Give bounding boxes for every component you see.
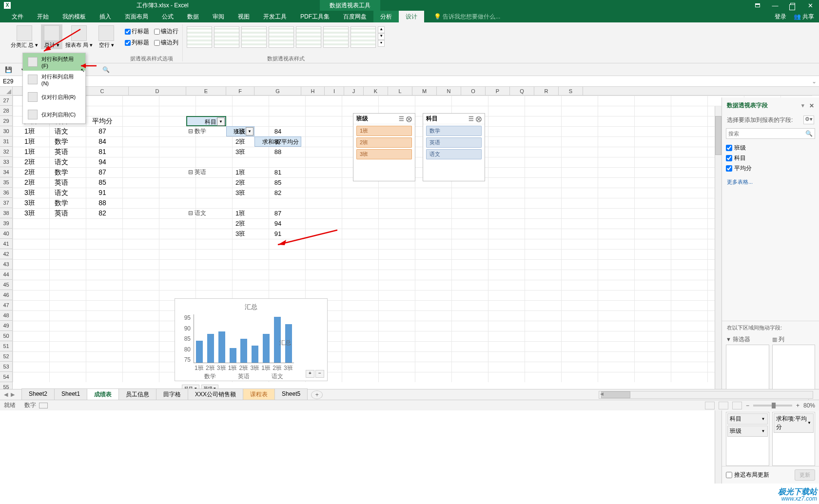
cell[interactable]: 科目▼ [186,116,226,126]
add-sheet-button[interactable]: + [311,390,323,399]
cell[interactable]: 2班 [226,177,254,188]
share-button[interactable]: 👥 共享 [794,13,814,21]
cell[interactable]: 91 [254,229,301,239]
pane-menu[interactable]: ▾ [801,102,804,109]
cell[interactable]: 数学 [47,167,76,177]
slicer-item[interactable]: 数学 [426,126,482,136]
zoom-level[interactable]: 80% [803,402,815,409]
gallery-down[interactable]: ▼ [378,33,385,40]
row-headers-checkbox[interactable]: 行标题 [125,27,149,36]
tab-analyze[interactable]: 分析 [373,11,399,22]
row-header[interactable]: 38 [0,208,12,218]
row-header[interactable]: 47 [0,300,12,310]
cell[interactable]: 91 [76,188,129,198]
cell[interactable]: 87 [76,126,129,136]
row-header[interactable]: 44 [0,270,12,280]
cell[interactable]: 3班 [226,188,254,198]
horizontal-scrollbar[interactable]: ◀▶ [599,391,813,399]
row-header[interactable]: 46 [0,290,12,300]
sheet-tab[interactable]: 成绩表 [87,388,119,401]
chart-bar[interactable] [240,339,247,363]
row-header[interactable]: 29 [0,116,12,126]
chart-expand-button[interactable]: + [306,370,314,378]
column-header[interactable]: L [388,87,412,95]
sheet-tab[interactable]: XXX公司销售额 [188,388,243,401]
cell[interactable]: 94 [76,157,129,167]
rows-area[interactable]: 科目▼ 班级▼ [726,412,769,466]
style-thumb[interactable] [351,26,376,48]
rows-area-item[interactable]: 科目▼ [727,413,768,425]
tab-templates[interactable]: 我的模板 [56,11,93,22]
row-header[interactable]: 36 [0,188,12,198]
cell[interactable]: 数学 [47,198,76,208]
tab-home[interactable]: 开始 [30,11,56,22]
style-thumb[interactable] [323,26,349,48]
normal-view-button[interactable] [705,402,715,409]
row-header[interactable]: 28 [0,106,12,116]
field-checkbox-avg[interactable]: 平均分 [726,163,815,174]
column-header[interactable]: N [437,87,461,95]
cell[interactable]: 数学 [47,136,76,147]
slicer-class[interactable]: 班级☰⨂ 1班 2班 3班 [353,113,415,181]
row-header[interactable]: 42 [0,249,12,259]
column-header[interactable]: R [534,87,559,95]
row-header[interactable]: 52 [0,351,12,362]
field-checkbox-class[interactable]: 班级 [726,143,815,153]
gear-icon[interactable]: ⚙▾ [803,116,814,124]
row-header[interactable]: 39 [0,218,12,229]
row-header[interactable]: 54 [0,372,12,382]
zoom-slider[interactable] [753,405,792,407]
vertical-scrollbar[interactable] [715,106,722,484]
banded-rows-checkbox[interactable]: 镶边行 [154,27,178,36]
tab-baidu[interactable]: 百度网盘 [336,11,373,22]
tab-data[interactable]: 数据 [180,11,206,22]
cell[interactable]: 语文 [47,126,76,136]
row-header[interactable]: 43 [0,259,12,270]
formula-input[interactable]: 科目 [59,76,809,87]
cell[interactable]: 3班 [13,198,47,208]
style-thumb[interactable] [187,26,212,48]
cell[interactable]: 81 [76,147,129,157]
row-header[interactable]: 33 [0,157,12,167]
sheet-tab[interactable]: Sheet1 [54,388,87,401]
chart-bar[interactable] [196,341,203,363]
chart-bar[interactable] [263,334,270,363]
grand-totals-rows-only[interactable]: 仅对行启用(R) [23,88,85,106]
sheet-tab[interactable]: 田字格 [156,388,188,401]
slicer-item[interactable]: 3班 [356,149,412,159]
cell[interactable]: 3班 [13,208,47,218]
tab-pdf[interactable]: PDF工具集 [293,11,336,22]
sheet-tab[interactable]: 员工信息 [118,388,156,401]
cell[interactable]: 85 [76,177,129,188]
style-thumb[interactable] [241,26,267,48]
cell[interactable]: 88 [254,147,301,157]
style-thumb[interactable] [214,26,239,48]
fields-search-input[interactable]: 🔍 [726,128,815,139]
restore-button[interactable] [784,0,801,11]
cell[interactable]: 2班 [13,157,47,167]
sheet-tab[interactable]: Sheet5 [274,388,308,401]
slicer-item[interactable]: 语文 [426,149,482,159]
close-button[interactable]: ✕ [801,0,819,11]
column-header[interactable]: K [364,87,388,95]
column-header[interactable]: P [486,87,510,95]
row-header[interactable]: 45 [0,280,12,290]
style-thumb[interactable] [269,26,294,48]
gallery-up[interactable]: ▲ [378,26,385,33]
chart-bar[interactable] [218,331,225,363]
cell[interactable]: 94 [254,218,301,229]
grand-totals-cols-only[interactable]: 仅对列启用(C) [23,106,85,123]
grand-totals-button[interactable]: 总计 ▾ [41,24,62,49]
print-preview-button[interactable]: 🔍 [101,65,110,74]
row-header[interactable]: 32 [0,147,12,157]
ribbon-display-options[interactable] [749,0,766,11]
select-all-cells[interactable] [0,87,13,96]
tab-pagelayout[interactable]: 页面布局 [118,11,155,22]
cell[interactable]: 2班 [13,167,47,177]
cell[interactable]: 2班 [226,218,254,229]
cell[interactable]: 81 [254,167,301,177]
slicer-subject[interactable]: 科目☰⨂ 数学 英语 语文 [423,113,485,181]
defer-layout-checkbox[interactable] [726,472,732,478]
cell[interactable]: 语文 [47,157,76,167]
gallery-more[interactable]: ▾ [378,40,385,47]
